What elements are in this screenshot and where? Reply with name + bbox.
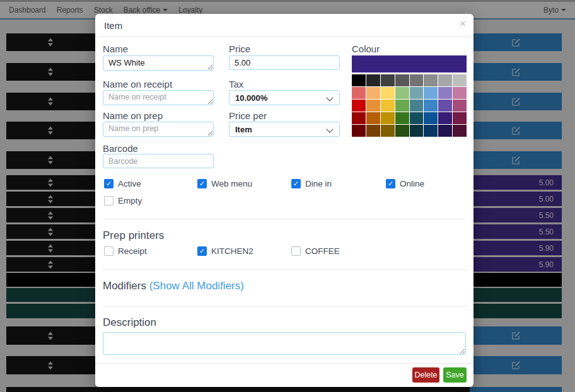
palette-swatch[interactable] [366,87,380,99]
palette-swatch[interactable] [410,87,424,99]
palette-swatch[interactable] [410,125,424,137]
palette-swatch[interactable] [453,125,467,137]
checkbox[interactable] [104,246,113,256]
checkbox[interactable]: ✓ [197,246,207,256]
modal-title: Item [104,20,122,31]
palette-swatch[interactable] [395,87,409,99]
price-input[interactable] [229,55,340,70]
tax-select[interactable]: 10.000% [229,90,340,105]
prep-printer-checkbox-kitchen2[interactable]: ✓KITCHEN2 [197,246,253,256]
checkbox-label: Web menu [211,179,252,188]
palette-swatch[interactable] [395,125,409,137]
checkbox-label: KITCHEN2 [211,246,253,256]
palette-swatch[interactable] [453,100,467,112]
footer-divider [95,363,473,364]
palette-swatch[interactable] [381,87,395,99]
check-icon: ✓ [293,180,299,187]
palette-swatch[interactable] [366,74,380,86]
palette-swatch[interactable] [424,87,438,99]
checkbox[interactable]: ✓ [386,179,395,188]
palette-swatch[interactable] [424,100,438,112]
palette-swatch[interactable] [438,100,452,112]
checkbox-label: Active [118,179,141,188]
divider [103,269,466,270]
check-icon: ✓ [388,180,393,187]
flag-checkbox-empty[interactable]: Empty [104,196,142,205]
palette-swatch[interactable] [395,100,409,112]
palette-swatch[interactable] [410,100,424,112]
palette-swatch[interactable] [438,74,452,86]
palette-swatch[interactable] [366,100,380,112]
check-icon: ✓ [199,248,205,255]
palette-swatch[interactable] [352,74,366,86]
palette-swatch[interactable] [381,125,395,137]
palette-swatch[interactable] [395,112,409,124]
palette-swatch[interactable] [352,100,366,112]
description-input[interactable] [103,332,466,355]
flag-checkbox-web-menu[interactable]: ✓Web menu [197,179,252,188]
tax-label: Tax [229,79,243,89]
name-on-receipt-label: Name on receipt [103,79,172,89]
palette-swatch[interactable] [438,125,452,137]
colour-palette [352,74,467,137]
palette-swatch[interactable] [352,87,366,99]
close-icon[interactable]: × [460,18,466,30]
palette-swatch[interactable] [438,87,452,99]
palette-swatch[interactable] [366,112,380,124]
description-label: Description [103,316,156,329]
palette-swatch[interactable] [438,112,452,124]
name-input[interactable] [103,55,214,71]
palette-swatch[interactable] [381,74,395,86]
modifiers-title-text: Modifiers [103,280,146,292]
item-modal: Item × Name Price Colour Name on receipt… [95,14,473,387]
price-label: Price [229,43,250,54]
palette-swatch[interactable] [381,112,395,124]
save-button[interactable]: Save [443,367,467,383]
flag-checkbox-active[interactable]: ✓Active [104,179,141,188]
price-per-label: Price per [229,110,267,121]
palette-swatch[interactable] [381,100,395,112]
modal-header: Item × [95,14,473,37]
palette-swatch[interactable] [453,112,467,124]
tax-select-value: 10.000% [235,93,267,103]
palette-swatch[interactable] [352,125,366,137]
show-all-modifiers-link[interactable]: (Show All Modifiers) [149,280,244,292]
palette-swatch[interactable] [410,112,424,124]
prep-printers-title: Prep printers [103,229,164,242]
price-per-select-value: Item [235,125,252,134]
flag-checkbox-dine-in[interactable]: ✓Dine in [291,179,332,188]
flag-checkbox-online[interactable]: ✓Online [386,179,424,188]
checkbox[interactable] [291,246,301,256]
palette-swatch[interactable] [453,74,467,86]
barcode-label: Barcode [103,143,138,154]
palette-swatch[interactable] [410,74,424,86]
checkbox[interactable]: ✓ [197,179,207,188]
checkbox[interactable] [104,196,113,205]
checkbox[interactable]: ✓ [291,179,301,188]
delete-button[interactable]: Delete [412,367,439,383]
name-label: Name [103,43,128,54]
palette-swatch[interactable] [366,125,380,137]
colour-label: Colour [352,43,380,54]
palette-swatch[interactable] [424,74,438,86]
checkbox[interactable]: ✓ [104,179,113,188]
name-on-prep-input[interactable] [103,122,214,137]
checkbox-label: Online [400,179,424,188]
prep-printer-checkbox-receipt[interactable]: Receipt [104,246,147,256]
name-on-receipt-input[interactable] [103,90,214,105]
prep-printer-checkbox-coffee[interactable]: COFFEE [291,246,340,256]
barcode-input[interactable] [103,154,214,168]
price-per-select[interactable]: Item [229,122,340,137]
checkbox-label: Dine in [305,179,332,188]
modifiers-title: Modifiers (Show All Modifiers) [103,280,244,292]
checkbox-label: Receipt [118,246,147,256]
palette-swatch[interactable] [352,112,366,124]
name-on-prep-label: Name on prep [103,110,163,121]
checkbox-label: COFFEE [305,246,340,256]
palette-swatch[interactable] [424,125,438,137]
palette-swatch[interactable] [453,87,467,99]
palette-swatch[interactable] [395,74,409,86]
palette-swatch[interactable] [424,112,438,124]
checkbox-label: Empty [118,196,142,205]
check-icon: ✓ [199,180,205,187]
